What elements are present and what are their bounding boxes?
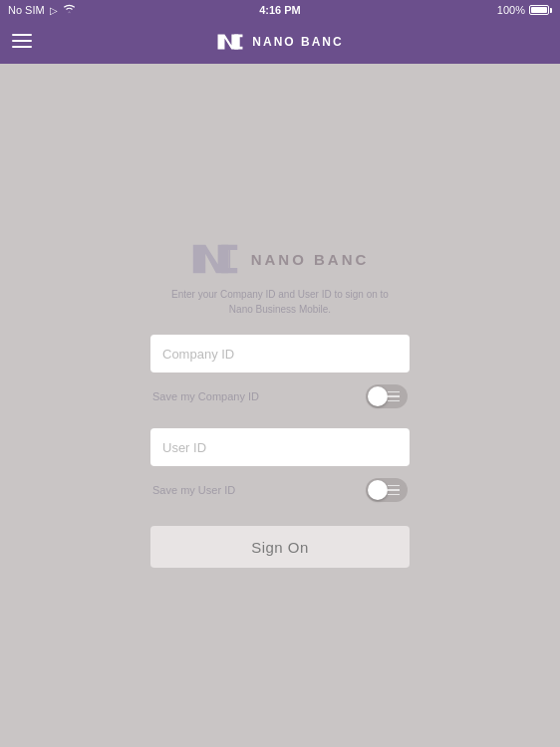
user-id-group bbox=[150, 428, 410, 466]
status-right: 100% bbox=[497, 4, 552, 16]
save-user-id-label: Save my User ID bbox=[152, 484, 235, 496]
card-subtitle: Enter your Company ID and User ID to sig… bbox=[170, 287, 390, 317]
company-id-group bbox=[150, 335, 410, 373]
company-id-input[interactable] bbox=[150, 335, 410, 373]
toggle-knob-2 bbox=[368, 480, 388, 500]
status-left: No SIM ▷ bbox=[8, 4, 76, 16]
main-content: NANO BANC Enter your Company ID and User… bbox=[0, 64, 560, 747]
save-user-id-toggle[interactable] bbox=[366, 478, 408, 502]
save-user-id-row: Save my User ID bbox=[150, 472, 410, 508]
save-company-id-row: Save my Company ID bbox=[150, 378, 410, 414]
login-card: NANO BANC Enter your Company ID and User… bbox=[150, 243, 410, 568]
toggle-knob bbox=[368, 386, 388, 406]
svg-rect-1 bbox=[12, 40, 32, 42]
toggle-lines bbox=[388, 391, 400, 402]
user-id-input[interactable] bbox=[150, 428, 410, 466]
card-logo: NANO BANC bbox=[191, 243, 370, 275]
menu-button[interactable] bbox=[12, 33, 32, 51]
card-logo-icon bbox=[191, 243, 239, 275]
battery-percentage: 100% bbox=[497, 4, 525, 16]
toggle-lines-2 bbox=[388, 485, 400, 496]
wifi-icon bbox=[63, 4, 76, 16]
status-bar: No SIM ▷ 4:16 PM 100% bbox=[0, 0, 560, 20]
save-company-id-toggle[interactable] bbox=[366, 384, 408, 408]
carrier-label: No SIM bbox=[8, 4, 45, 16]
save-company-id-label: Save my Company ID bbox=[152, 390, 259, 402]
battery-icon bbox=[529, 5, 552, 15]
sign-on-button[interactable]: Sign On bbox=[150, 526, 410, 568]
navbar-brand: NANO BANC bbox=[216, 33, 343, 51]
svg-rect-2 bbox=[12, 46, 32, 48]
svg-rect-0 bbox=[12, 34, 32, 36]
card-logo-text: NANO BANC bbox=[251, 251, 370, 268]
navbar-logo-icon bbox=[216, 33, 244, 51]
status-time: 4:16 PM bbox=[259, 4, 301, 16]
sim-icon: ▷ bbox=[50, 5, 58, 16]
navbar-title: NANO BANC bbox=[252, 35, 343, 49]
navbar: NANO BANC bbox=[0, 20, 560, 64]
